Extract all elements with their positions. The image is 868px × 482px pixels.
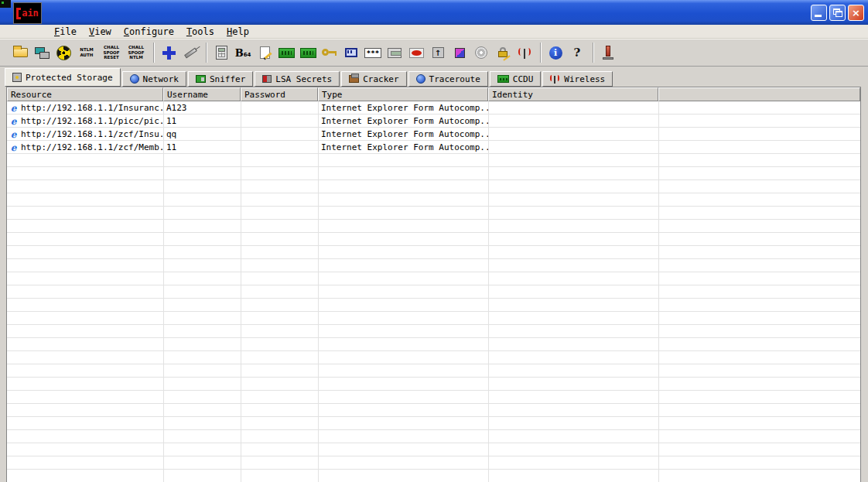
column-divider xyxy=(163,101,164,482)
table-row[interactable]: ehttp://192.168.1.1/Insuranc... A123 Int… xyxy=(7,101,860,115)
close-button[interactable]: × xyxy=(848,5,864,21)
enterprise-manager-button[interactable] xyxy=(449,41,470,64)
cell-username: 11 xyxy=(163,142,241,152)
cisco-pix-button[interactable] xyxy=(276,41,296,64)
table-row[interactable]: ehttp://192.168.1.1/picc/pic... 11 Inter… xyxy=(7,115,860,128)
wireless-scanner-button[interactable] xyxy=(514,41,535,64)
traceroute-icon xyxy=(416,74,425,84)
tab-protected-storage[interactable]: Protected Storage xyxy=(5,68,121,87)
hash-calculator-button[interactable] xyxy=(211,41,231,64)
toolbar-separator xyxy=(206,43,207,63)
list-header: Resource Username Password Type Identity xyxy=(7,87,860,101)
asterisks-revealer-button[interactable]: *** xyxy=(363,41,383,64)
cell-type: Internet Explorer Form Autocomp... xyxy=(318,129,488,139)
token-calculator-icon xyxy=(388,48,402,58)
securid-token-button[interactable] xyxy=(384,41,405,64)
tab-cracker[interactable]: Cracker xyxy=(341,71,406,87)
tab-wireless[interactable]: Wireless xyxy=(542,71,613,87)
column-divider xyxy=(318,101,319,482)
remote-desktop-button[interactable] xyxy=(341,41,361,64)
cisco-vpn-button[interactable] xyxy=(298,41,318,64)
table-row[interactable]: ehttp://192.168.1.1/zcf/Insu... qq Inter… xyxy=(7,128,860,141)
chall-spoof-reset-icon: CHALLSPOOFRESET xyxy=(100,45,123,60)
menu-file[interactable]: File xyxy=(48,26,83,38)
menu-help[interactable]: Help xyxy=(220,26,255,38)
certificates-button[interactable] xyxy=(493,41,513,64)
base64-decoder-button[interactable]: B64 xyxy=(233,41,253,64)
network-cards-icon xyxy=(35,47,50,59)
tab-label: LSA Secrets xyxy=(275,74,332,84)
ntlm-auth-button[interactable]: NTLMAUTH xyxy=(75,41,98,64)
minimize-button[interactable] xyxy=(811,5,827,21)
chall-spoof-ntlm-icon: CHALLSPOOFNTLM xyxy=(125,45,148,60)
ntlm-auth-icon: NTLMAUTH xyxy=(75,47,98,57)
start-stop-sniffer-button[interactable] xyxy=(53,41,73,64)
about-button[interactable]: i xyxy=(545,41,566,64)
cell-resource: http://192.168.1.1/picc/pic... xyxy=(21,116,163,126)
logo-bracket-icon xyxy=(16,8,21,19)
cd-button[interactable] xyxy=(471,41,491,64)
cisco-pix-icon xyxy=(279,48,295,58)
column-header-identity[interactable]: Identity xyxy=(488,87,658,101)
column-header-password[interactable]: Password xyxy=(241,87,318,101)
ccdu-icon xyxy=(497,75,509,83)
network-adapter-button[interactable] xyxy=(32,41,52,64)
add-to-list-button[interactable] xyxy=(159,41,179,64)
cell-resource: http://192.168.1.1/Insuranc... xyxy=(21,103,163,113)
ie-icon: e xyxy=(9,103,19,113)
open-button[interactable] xyxy=(10,41,30,64)
injector-button[interactable] xyxy=(180,41,200,64)
restore-button[interactable] xyxy=(829,5,846,21)
lsa-secrets-icon xyxy=(262,75,272,83)
tab-traceroute[interactable]: Traceroute xyxy=(408,71,488,87)
help-button[interactable]: ? xyxy=(567,41,587,64)
exit-button[interactable] xyxy=(598,41,618,64)
asterisks-icon: *** xyxy=(364,48,381,58)
cain-window: ain × File View Configure Tools Help NTL… xyxy=(0,0,868,482)
cell-resource: http://192.168.1.1/zcf/Insu... xyxy=(21,129,163,139)
chall-spoof-reset-button[interactable]: CHALLSPOOFRESET xyxy=(100,41,123,64)
cell-type: Internet Explorer Form Autocomp... xyxy=(318,103,488,113)
tab-ccdu[interactable]: CCDU xyxy=(490,71,542,87)
question-icon: ? xyxy=(574,46,581,60)
tab-label: CCDU xyxy=(513,74,534,84)
ie-icon: e xyxy=(9,129,19,139)
database-passwords-button[interactable] xyxy=(406,41,426,64)
list-view: Resource Username Password Type Identity… xyxy=(6,87,861,482)
key-icon xyxy=(322,48,337,57)
logo-text: ain xyxy=(22,8,39,19)
tab-sniffer[interactable]: Sniffer xyxy=(188,71,253,87)
tab-network[interactable]: Network xyxy=(122,71,186,87)
minimize-icon xyxy=(815,15,822,17)
menu-configure[interactable]: Configure xyxy=(118,26,180,38)
page-pencil-icon xyxy=(260,46,270,59)
menu-tools[interactable]: Tools xyxy=(180,26,220,38)
syskey-icon: ↑ xyxy=(432,47,444,58)
syringe-icon xyxy=(184,47,197,58)
red-oval-icon xyxy=(409,48,424,58)
toolbar-separator xyxy=(153,43,155,63)
cell-username: A123 xyxy=(163,103,241,113)
cell-username: qq xyxy=(163,129,241,139)
toolbar: NTLMAUTH CHALLSPOOFRESET CHALLSPOOFNTLM … xyxy=(0,39,868,67)
dialup-password-button[interactable] xyxy=(320,41,340,64)
column-divider xyxy=(658,101,659,482)
list-body[interactable]: ehttp://192.168.1.1/Insuranc... A123 Int… xyxy=(7,101,860,482)
column-header-username[interactable]: Username xyxy=(163,87,241,101)
base64-icon: B64 xyxy=(235,47,251,59)
column-header-type[interactable]: Type xyxy=(318,87,488,101)
chall-spoof-ntlm-button[interactable]: CHALLSPOOFNTLM xyxy=(125,41,148,64)
cisco-type7-button[interactable] xyxy=(255,41,275,64)
column-header-extra[interactable] xyxy=(658,87,860,101)
column-header-resource[interactable]: Resource xyxy=(7,87,163,101)
tab-lsa-secrets[interactable]: LSA Secrets xyxy=(255,71,340,87)
syskey-button[interactable]: ↑ xyxy=(428,41,448,64)
table-row[interactable]: ehttp://192.168.1.1/zcf/Memb... 11 Inter… xyxy=(7,141,860,154)
background-window-fragment xyxy=(0,0,11,8)
menu-view[interactable]: View xyxy=(83,26,118,38)
titlebar[interactable]: ain × xyxy=(0,0,868,25)
lock-pencil-icon xyxy=(497,47,508,59)
monitor-icon xyxy=(345,48,357,57)
tab-label: Protected Storage xyxy=(26,73,113,83)
cell-type: Internet Explorer Form Autocomp... xyxy=(318,142,488,152)
